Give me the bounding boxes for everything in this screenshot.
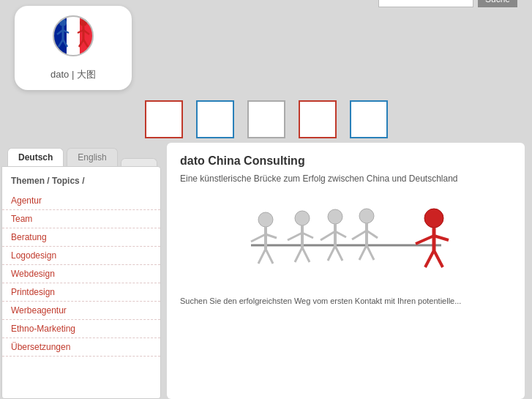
content-body-text: Suchen Sie den erfolgreichsten Weg vom e… (180, 295, 512, 307)
tab-deutsch[interactable]: Deutsch (7, 148, 64, 166)
nav-link-team[interactable]: Team (2, 210, 160, 228)
nav-link-uebersetzungen[interactable]: Übersetzungen (2, 338, 160, 357)
svg-line-48 (434, 250, 443, 267)
nav-link-printdesign[interactable]: Printdesign (2, 283, 160, 302)
svg-line-33 (321, 231, 335, 240)
tabs-row: Deutsch English (0, 143, 161, 166)
svg-line-22 (266, 234, 277, 238)
banner-square-2[interactable] (196, 100, 234, 138)
svg-point-37 (359, 209, 374, 223)
search-input[interactable] (378, 0, 473, 7)
svg-line-28 (302, 233, 313, 238)
svg-line-34 (335, 231, 346, 237)
svg-point-43 (424, 209, 443, 228)
svg-point-25 (295, 211, 310, 225)
nav-link-werbeagentur[interactable]: Werbeagentur (2, 302, 160, 320)
nav-link-logodesign[interactable]: Logodesign (2, 247, 160, 265)
svg-line-40 (367, 231, 378, 238)
content-image (180, 194, 512, 289)
tug-scene-svg (207, 198, 485, 286)
search-area: Suche (378, 0, 517, 7)
nav-link-webdesign[interactable]: Webdesign (2, 265, 160, 283)
svg-line-21 (251, 234, 266, 242)
banner-square-1[interactable] (145, 100, 183, 138)
logo-svg (44, 14, 102, 65)
svg-line-23 (258, 249, 266, 264)
main-area: Deutsch English Themen / Topics / Agentu… (0, 143, 532, 399)
svg-line-46 (434, 236, 449, 240)
banner-square-3[interactable] (247, 100, 285, 138)
header: dato | 大图 Suche (0, 0, 532, 95)
svg-line-35 (328, 246, 335, 261)
nav-link-agentur[interactable]: Agentur (2, 192, 160, 210)
svg-line-39 (352, 231, 367, 239)
tab-english[interactable]: English (67, 148, 117, 166)
logo-box: dato | 大图 (15, 6, 132, 90)
nav-panel: Themen / Topics / Agentur Team Beratung … (1, 166, 161, 399)
nav-link-beratung[interactable]: Beratung (2, 228, 160, 247)
svg-line-36 (335, 246, 342, 261)
svg-line-45 (416, 236, 434, 244)
search-button[interactable]: Suche (478, 0, 517, 7)
svg-line-47 (425, 250, 434, 267)
content-panel: dato China Consulting Eine künstlerische… (167, 143, 525, 399)
content-subtitle: Eine künstlerische Brücke zum Erfolg zwi… (180, 174, 512, 184)
svg-line-41 (359, 245, 367, 260)
nav-link-ethno-marketing[interactable]: Ethno-Marketing (2, 320, 160, 338)
banner-square-5[interactable] (350, 100, 388, 138)
svg-line-29 (295, 247, 302, 262)
svg-line-42 (367, 245, 374, 260)
svg-rect-3 (67, 16, 80, 56)
sidebar: Deutsch English Themen / Topics / Agentu… (0, 143, 161, 399)
svg-line-30 (302, 247, 310, 262)
tab-third[interactable] (121, 158, 157, 166)
svg-point-19 (258, 212, 273, 227)
svg-line-24 (266, 249, 273, 264)
logo-text: dato | 大图 (50, 68, 96, 81)
banner-square-4[interactable] (299, 100, 337, 138)
svg-line-27 (288, 233, 302, 240)
svg-point-31 (328, 209, 342, 224)
nav-heading: Themen / Topics / (2, 173, 160, 192)
banner-area (0, 95, 532, 143)
content-title: dato China Consulting (180, 154, 512, 168)
